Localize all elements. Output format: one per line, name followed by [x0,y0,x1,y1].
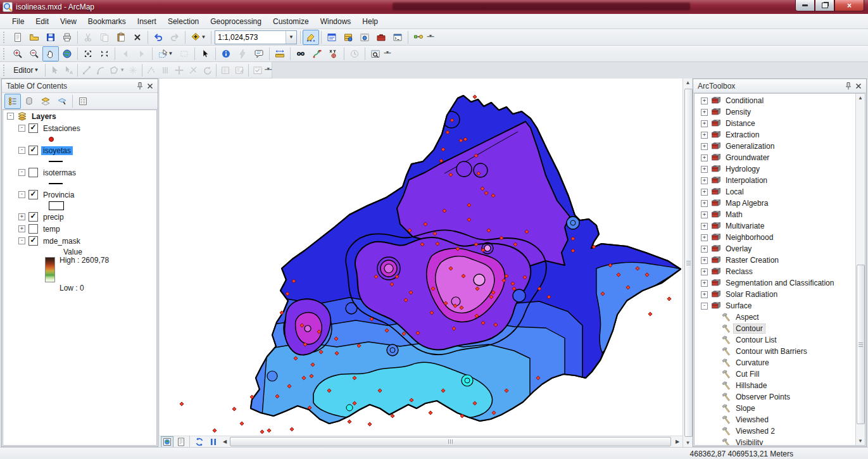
time-slider-button[interactable] [346,46,363,61]
expand-icon[interactable]: + [701,132,708,139]
tool-label[interactable]: Viewshed 2 [734,427,777,436]
attributes-button[interactable] [218,63,232,78]
edit-tool[interactable] [47,63,61,78]
layer-label[interactable]: Provincia [41,191,76,199]
new-map-button[interactable] [9,30,26,45]
fixed-zoom-out-button[interactable] [96,46,113,61]
search-button[interactable] [356,30,373,45]
layer-visibility-checkbox[interactable]: ✓ [28,123,38,133]
toolbox-label[interactable]: Map Algebra [724,199,770,208]
back-extent-button[interactable] [117,46,134,61]
zoom-in-button[interactable] [9,46,26,61]
create-features-button[interactable] [251,63,265,78]
pan-button[interactable] [42,46,59,61]
toc-layer-temp[interactable]: +temp [3,223,156,235]
layer-label[interactable]: Estaciones [41,124,82,133]
full-extent-button[interactable] [59,46,75,61]
expand-icon[interactable]: + [701,97,708,104]
expand-icon[interactable]: + [701,143,708,150]
cut-button[interactable] [80,30,96,45]
close-button[interactable]: × [834,0,864,11]
expand-icon[interactable]: + [701,177,708,184]
list-by-selection-button[interactable] [54,94,70,109]
toolbox-map-algebra[interactable]: +Map Algebra [695,198,865,209]
sketch-tool[interactable]: ▼ [108,63,126,78]
tool-label[interactable]: Viewshed [734,415,771,424]
expand-icon[interactable]: + [701,200,708,207]
forward-extent-button[interactable] [134,46,150,61]
zoom-out-button[interactable] [26,46,42,61]
menu-bookmarks[interactable]: Bookmarks [82,15,132,28]
toolbox-label[interactable]: Distance [724,119,757,128]
tool-label[interactable]: Contour [734,324,765,333]
toolbox-math[interactable]: +Math [695,209,865,220]
rotate-tool[interactable] [200,63,214,78]
expand-icon[interactable]: + [701,291,708,298]
toolbox-label[interactable]: Solar Radiation [724,290,779,299]
menu-file[interactable]: File [6,15,30,28]
toolbox-label[interactable]: Hydrology [724,165,762,173]
expand-icon[interactable]: + [701,257,708,264]
fixed-zoom-in-button[interactable] [80,46,96,61]
tool-slope[interactable]: Slope [695,403,865,414]
scroll-up-icon[interactable]: ▲ [683,80,693,85]
toc-layer-provincia[interactable]: -✓Provincia [3,189,156,201]
tool-contour-list[interactable]: Contour List [695,334,865,346]
menu-edit[interactable]: Edit [30,15,54,28]
toolbox-label[interactable]: Interpolation [724,176,769,185]
tool-visibility[interactable]: Visibility [695,437,865,446]
tool-label[interactable]: Observer Points [734,393,792,401]
layer-visibility-checkbox[interactable]: ✓ [28,190,38,199]
tool-observer-points[interactable]: Observer Points [695,391,865,403]
toolbox-density[interactable]: +Density [695,106,865,118]
straight-segment-tool[interactable] [80,63,94,78]
snapping-tool[interactable] [126,63,140,78]
list-by-source-button[interactable] [21,94,37,109]
toc-layer-mde-mask[interactable]: -✓mde_mask [3,235,156,247]
cut-polygons-tool[interactable] [186,63,200,78]
map-scale-combo[interactable]: ▼ [215,30,297,44]
toolbox-label[interactable]: Groundwater [724,153,771,162]
toolbox-extraction[interactable]: +Extraction [695,129,865,141]
collapse-icon[interactable]: - [18,237,25,244]
expand-icon[interactable]: + [701,154,708,161]
toc-layer-isoyetas[interactable]: -✓isoyetas [3,144,156,156]
toolbar-overflow-button[interactable]: ▼▔▔ [265,63,272,77]
menu-geoprocessing[interactable]: Geoprocessing [204,15,267,28]
layer-label[interactable]: isoyetas [41,146,73,155]
collapse-icon[interactable]: - [18,125,25,132]
layout-view-button[interactable] [175,436,187,448]
hyperlink-button[interactable] [234,46,251,61]
toc-close-icon[interactable] [145,81,155,91]
chevron-down-icon[interactable]: ▼ [286,31,296,44]
map-vscroll-thumb[interactable] [684,89,693,437]
arctoolbox-close-icon[interactable] [853,81,864,91]
paste-button[interactable] [113,30,129,45]
restore-button[interactable] [815,0,834,11]
toolbox-label[interactable]: Reclass [724,267,755,276]
collapse-icon[interactable]: - [18,147,25,154]
tool-aspect[interactable]: Aspect [695,311,865,323]
expand-icon[interactable]: + [701,120,708,127]
clear-selection-button[interactable] [176,46,192,61]
list-by-visibility-button[interactable] [37,94,54,109]
html-popup-button[interactable] [251,46,267,61]
expand-icon[interactable]: + [701,166,708,173]
tool-label[interactable]: Curvature [734,358,771,367]
toolbox-label[interactable]: Multivariate [724,222,766,230]
toolbox-reclass[interactable]: +Reclass [695,266,865,277]
minimize-button[interactable] [795,0,815,11]
tool-label[interactable]: Contour List [734,336,779,344]
modelbuilder-button[interactable] [410,30,427,45]
identify-button[interactable] [218,46,234,61]
sketch-properties-button[interactable] [232,63,246,78]
expand-icon[interactable]: + [701,223,708,230]
expand-icon[interactable]: + [701,280,708,287]
catalog-button[interactable] [340,30,356,45]
toolbox-surface[interactable]: -Surface [695,300,865,311]
tool-label[interactable]: Contour with Barriers [734,347,809,356]
select-features-button[interactable]: ▼ [154,46,176,61]
layer-label[interactable]: isotermas [41,168,78,177]
map-vertical-scrollbar[interactable]: ▲ ▼ [682,79,692,447]
tool-contour[interactable]: Contour [695,323,865,334]
